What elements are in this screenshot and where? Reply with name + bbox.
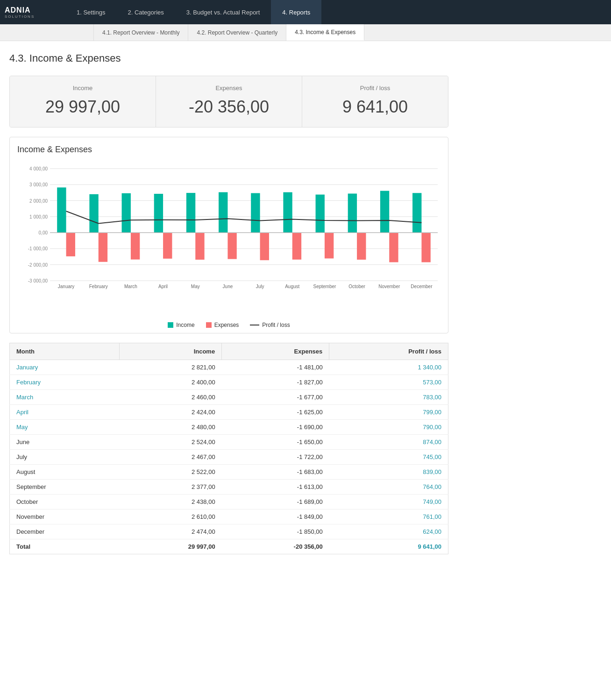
page-title: 4.3. Income & Expenses	[9, 52, 448, 64]
nav-categories[interactable]: 2. Categories	[116, 0, 175, 24]
table-row: May 2 480,00 -1 690,00 790,00	[10, 420, 448, 435]
cell-month: March	[10, 390, 120, 405]
expenses-label: Expenses	[167, 85, 291, 92]
table-row: August 2 522,00 -1 683,00 839,00	[10, 465, 448, 480]
top-nav: ADNIA SOLUTIONS 1. Settings 2. Categorie…	[0, 0, 611, 24]
cell-total-income: 29 997,00	[120, 539, 222, 554]
cell-expenses: -1 683,00	[222, 465, 329, 480]
legend-profit-label: Profit / loss	[262, 322, 290, 328]
cell-total-expenses: -20 356,00	[222, 539, 329, 554]
cell-expenses: -1 650,00	[222, 435, 329, 450]
table-row: September 2 377,00 -1 613,00 764,00	[10, 480, 448, 495]
legend-income-label: Income	[176, 322, 194, 328]
nav-budget[interactable]: 3. Budget vs. Actual Report	[175, 0, 271, 24]
table-row: February 2 400,00 -1 827,00 573,00	[10, 375, 448, 390]
nav-items: 1. Settings 2. Categories 3. Budget vs. …	[65, 0, 606, 24]
legend-expenses: Expenses	[206, 322, 239, 328]
cell-income: 2 460,00	[120, 390, 222, 405]
cell-profit: 764,00	[329, 480, 448, 495]
cell-month: December	[10, 524, 120, 539]
cell-profit: 783,00	[329, 390, 448, 405]
legend-profit: Profit / loss	[250, 322, 290, 328]
income-value: 29 997,00	[21, 97, 144, 117]
chart-title: Income & Expenses	[17, 145, 440, 155]
cell-expenses: -1 677,00	[222, 390, 329, 405]
profit-value: 9 641,00	[313, 97, 437, 117]
table-row: June 2 524,00 -1 650,00 874,00	[10, 435, 448, 450]
cell-profit: 790,00	[329, 420, 448, 435]
cell-income: 2 424,00	[120, 405, 222, 420]
cell-income: 2 522,00	[120, 465, 222, 480]
cell-income: 2 377,00	[120, 480, 222, 495]
cell-profit: 749,00	[329, 495, 448, 509]
cell-expenses: -1 689,00	[222, 495, 329, 509]
income-label: Income	[21, 85, 144, 92]
cell-income: 2 610,00	[120, 509, 222, 524]
cell-expenses: -1 849,00	[222, 509, 329, 524]
subnav-quarterly[interactable]: 4.2. Report Overview - Quarterly	[188, 24, 286, 41]
cell-expenses: -1 850,00	[222, 524, 329, 539]
chart-area	[17, 159, 440, 318]
cell-profit: 839,00	[329, 465, 448, 480]
cell-profit: 799,00	[329, 405, 448, 420]
table-row: December 2 474,00 -1 850,00 624,00	[10, 524, 448, 539]
nav-settings[interactable]: 1. Settings	[65, 0, 116, 24]
logo-text: ADNIA	[5, 6, 31, 14]
cell-income: 2 524,00	[120, 435, 222, 450]
chart-legend: Income Expenses Profit / loss	[17, 322, 440, 328]
cell-total-profit: 9 641,00	[329, 539, 448, 554]
table-row: October 2 438,00 -1 689,00 749,00	[10, 495, 448, 509]
legend-income: Income	[168, 322, 194, 328]
cell-month: June	[10, 435, 120, 450]
cell-income: 2 438,00	[120, 495, 222, 509]
col-profit: Profit / loss	[329, 343, 448, 360]
cell-month: October	[10, 495, 120, 509]
logo-sub: SOLUTIONS	[5, 14, 35, 19]
cell-expenses: -1 625,00	[222, 405, 329, 420]
cell-month: February	[10, 375, 120, 390]
cell-profit: 624,00	[329, 524, 448, 539]
table-total-row: Total 29 997,00 -20 356,00 9 641,00	[10, 539, 448, 554]
cell-month: April	[10, 405, 120, 420]
subnav-income-expenses[interactable]: 4.3. Income & Expenses	[286, 24, 364, 41]
table-row: April 2 424,00 -1 625,00 799,00	[10, 405, 448, 420]
income-legend-color	[168, 322, 173, 328]
table-row: November 2 610,00 -1 849,00 761,00	[10, 509, 448, 524]
col-income: Income	[120, 343, 222, 360]
expenses-value: -20 356,00	[167, 97, 291, 117]
col-month: Month	[10, 343, 120, 360]
cell-profit: 573,00	[329, 375, 448, 390]
cell-month: August	[10, 465, 120, 480]
expenses-legend-color	[206, 322, 212, 328]
cell-total-month: Total	[10, 539, 120, 554]
cell-profit: 874,00	[329, 435, 448, 450]
table-row: March 2 460,00 -1 677,00 783,00	[10, 390, 448, 405]
cell-profit: 1 340,00	[329, 360, 448, 375]
cell-month: July	[10, 450, 120, 465]
expenses-card: Expenses -20 356,00	[156, 76, 302, 127]
nav-reports[interactable]: 4. Reports	[271, 0, 321, 24]
data-table: Month Income Expenses Profit / loss Janu…	[9, 343, 448, 554]
subnav-monthly[interactable]: 4.1. Report Overview - Monthly	[93, 24, 188, 41]
page-content: 4.3. Income & Expenses Income 29 997,00 …	[0, 41, 458, 566]
profit-legend-line	[250, 325, 259, 325]
sub-nav: 4.1. Report Overview - Monthly 4.2. Repo…	[0, 24, 611, 41]
profit-label: Profit / loss	[313, 85, 437, 92]
table-row: July 2 467,00 -1 722,00 745,00	[10, 450, 448, 465]
logo: ADNIA SOLUTIONS	[5, 6, 51, 19]
cell-expenses: -1 481,00	[222, 360, 329, 375]
profit-card: Profit / loss 9 641,00	[302, 76, 448, 127]
cell-income: 2 474,00	[120, 524, 222, 539]
cell-income: 2 480,00	[120, 420, 222, 435]
cell-expenses: -1 827,00	[222, 375, 329, 390]
cell-expenses: -1 613,00	[222, 480, 329, 495]
cell-month: January	[10, 360, 120, 375]
cell-month: September	[10, 480, 120, 495]
cell-profit: 745,00	[329, 450, 448, 465]
cell-income: 2 821,00	[120, 360, 222, 375]
cell-month: November	[10, 509, 120, 524]
cell-profit: 761,00	[329, 509, 448, 524]
chart-container: Income & Expenses Income Expenses Profit…	[9, 137, 448, 333]
legend-expenses-label: Expenses	[214, 322, 239, 328]
cell-expenses: -1 690,00	[222, 420, 329, 435]
